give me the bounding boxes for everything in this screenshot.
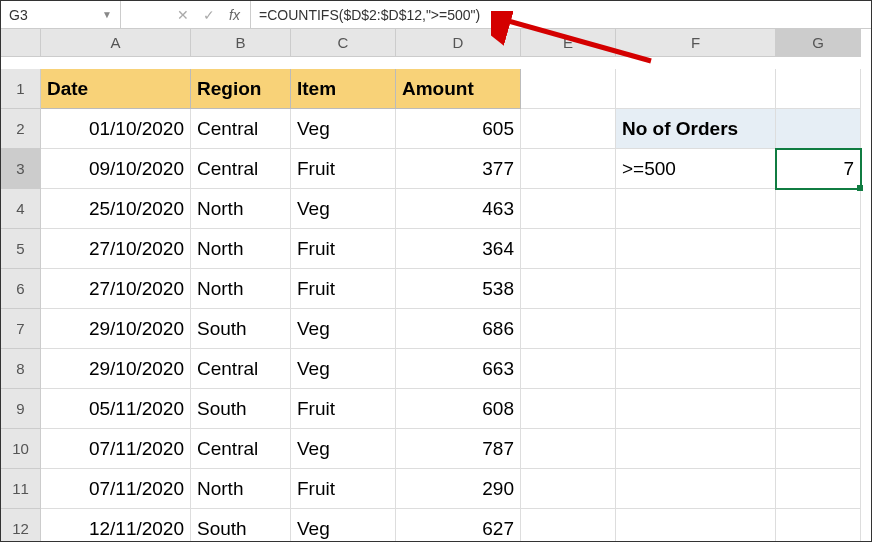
chevron-down-icon[interactable]: ▼ [102,9,112,20]
col-header-F[interactable]: F [616,29,776,57]
cell-region[interactable]: South [191,509,291,542]
header-amount[interactable]: Amount [396,69,521,109]
cell-E5[interactable] [521,229,616,269]
cell-E4[interactable] [521,189,616,229]
cell-date[interactable]: 01/10/2020 [41,109,191,149]
cell-item[interactable]: Veg [291,189,396,229]
cell-region[interactable]: Central [191,429,291,469]
cell-region[interactable]: North [191,229,291,269]
cell-E1[interactable] [521,69,616,109]
cell-region[interactable]: South [191,389,291,429]
cell-item[interactable]: Veg [291,109,396,149]
cell-G2[interactable] [776,109,861,149]
cell-E8[interactable] [521,349,616,389]
cell-region[interactable]: Central [191,349,291,389]
cell-G1[interactable] [776,69,861,109]
cell-amount[interactable]: 364 [396,229,521,269]
row-header-8[interactable]: 8 [1,349,41,389]
row-header-5[interactable]: 5 [1,229,41,269]
fx-icon[interactable]: fx [229,7,240,23]
cell-region[interactable]: North [191,469,291,509]
col-header-D[interactable]: D [396,29,521,57]
row-header-6[interactable]: 6 [1,269,41,309]
cell-item[interactable]: Fruit [291,269,396,309]
cell-date[interactable]: 07/11/2020 [41,429,191,469]
cell-item[interactable]: Fruit [291,469,396,509]
cancel-icon[interactable]: ✕ [177,7,189,23]
cell-item[interactable]: Veg [291,349,396,389]
cell-G7[interactable] [776,309,861,349]
summary-result[interactable]: 7 [776,149,861,189]
cell-G4[interactable] [776,189,861,229]
row-header-10[interactable]: 10 [1,429,41,469]
cell-G12[interactable] [776,509,861,542]
cell-G11[interactable] [776,469,861,509]
cell-date[interactable]: 25/10/2020 [41,189,191,229]
row-header-2[interactable]: 2 [1,109,41,149]
cell-item[interactable]: Veg [291,429,396,469]
cell-date[interactable]: 07/11/2020 [41,469,191,509]
cell-F8[interactable] [616,349,776,389]
cell-G6[interactable] [776,269,861,309]
col-header-E[interactable]: E [521,29,616,57]
cell-E7[interactable] [521,309,616,349]
cell-F4[interactable] [616,189,776,229]
header-item[interactable]: Item [291,69,396,109]
cell-amount[interactable]: 686 [396,309,521,349]
cell-G5[interactable] [776,229,861,269]
cell-E11[interactable] [521,469,616,509]
cell-date[interactable]: 27/10/2020 [41,229,191,269]
cell-amount[interactable]: 463 [396,189,521,229]
cell-amount[interactable]: 538 [396,269,521,309]
cell-E6[interactable] [521,269,616,309]
col-header-G[interactable]: G [776,29,861,57]
cell-E2[interactable] [521,109,616,149]
cell-item[interactable]: Veg [291,309,396,349]
cell-region[interactable]: South [191,309,291,349]
cell-F10[interactable] [616,429,776,469]
summary-criteria[interactable]: >=500 [616,149,776,189]
cell-F11[interactable] [616,469,776,509]
cell-E9[interactable] [521,389,616,429]
header-region[interactable]: Region [191,69,291,109]
cell-date[interactable]: 12/11/2020 [41,509,191,542]
cell-region[interactable]: Central [191,109,291,149]
cell-amount[interactable]: 663 [396,349,521,389]
header-date[interactable]: Date [41,69,191,109]
name-box[interactable]: G3 ▼ [1,1,121,28]
row-header-9[interactable]: 9 [1,389,41,429]
summary-title[interactable]: No of Orders [616,109,776,149]
cell-item[interactable]: Fruit [291,389,396,429]
cell-date[interactable]: 27/10/2020 [41,269,191,309]
cell-F9[interactable] [616,389,776,429]
cell-F7[interactable] [616,309,776,349]
col-header-A[interactable]: A [41,29,191,57]
col-header-B[interactable]: B [191,29,291,57]
cell-region[interactable]: North [191,269,291,309]
cell-region[interactable]: Central [191,149,291,189]
cell-amount[interactable]: 627 [396,509,521,542]
cell-region[interactable]: North [191,189,291,229]
cell-amount[interactable]: 377 [396,149,521,189]
select-all-corner[interactable] [1,29,41,57]
cell-F12[interactable] [616,509,776,542]
cell-amount[interactable]: 605 [396,109,521,149]
cell-item[interactable]: Fruit [291,149,396,189]
formula-input[interactable]: =COUNTIFS($D$2:$D$12,">=500") [251,1,871,28]
cell-F5[interactable] [616,229,776,269]
cell-F1[interactable] [616,69,776,109]
cell-item[interactable]: Veg [291,509,396,542]
accept-icon[interactable]: ✓ [203,7,215,23]
cell-G9[interactable] [776,389,861,429]
cell-E10[interactable] [521,429,616,469]
row-header-1[interactable]: 1 [1,69,41,109]
cell-date[interactable]: 05/11/2020 [41,389,191,429]
cell-E3[interactable] [521,149,616,189]
row-header-4[interactable]: 4 [1,189,41,229]
cell-amount[interactable]: 290 [396,469,521,509]
row-header-12[interactable]: 12 [1,509,41,542]
row-header-7[interactable]: 7 [1,309,41,349]
cell-amount[interactable]: 787 [396,429,521,469]
cell-date[interactable]: 29/10/2020 [41,309,191,349]
cell-item[interactable]: Fruit [291,229,396,269]
